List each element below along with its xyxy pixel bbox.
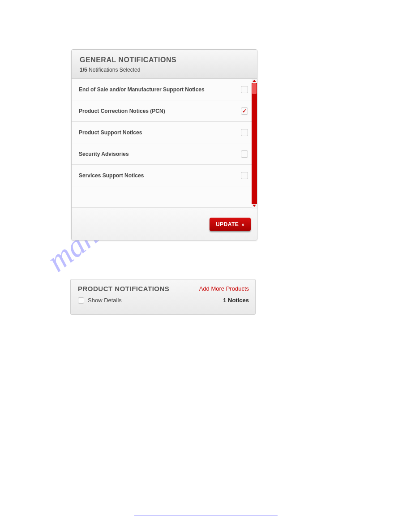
list-item[interactable]: End of Sale and/or Manufacturer Support … — [72, 79, 257, 100]
checkbox[interactable] — [241, 107, 248, 115]
item-label: Services Support Notices — [79, 172, 144, 179]
update-label: UPDATE — [216, 221, 239, 227]
item-label: Product Correction Notices (PCN) — [79, 108, 165, 114]
checkbox[interactable] — [241, 86, 248, 93]
scroll-thumb[interactable] — [252, 83, 257, 94]
notices-label: Notices — [228, 297, 249, 304]
general-title: GENERAL NOTIFICATIONS — [80, 56, 249, 64]
item-label: Security Advisories — [79, 151, 129, 157]
item-label: Product Support Notices — [79, 129, 142, 136]
checkbox[interactable] — [241, 172, 248, 179]
product-title: PRODUCT NOTIFICATIONS — [78, 285, 169, 292]
notices-count: 1 Notices — [223, 297, 249, 304]
counter-suffix: Notifications Selected — [89, 67, 140, 73]
general-list-wrap: End of Sale and/or Manufacturer Support … — [72, 79, 257, 208]
scroll-up-icon[interactable] — [253, 80, 256, 82]
footer-divider — [134, 515, 278, 515]
checkbox[interactable] — [241, 150, 248, 158]
checkbox[interactable] — [241, 129, 248, 136]
show-details[interactable]: Show Details — [78, 297, 122, 304]
product-header-row: PRODUCT NOTIFICATIONS Add More Products — [78, 285, 249, 292]
general-footer: UPDATE » — [72, 208, 257, 240]
counter-selected: 1 — [80, 67, 83, 73]
scroll-track[interactable] — [252, 83, 257, 204]
chevron-right-icon: » — [241, 222, 244, 227]
show-details-checkbox[interactable] — [78, 297, 84, 304]
list-item[interactable]: Security Advisories — [72, 143, 257, 165]
scrollbar[interactable] — [252, 79, 257, 209]
general-header: GENERAL NOTIFICATIONS 1/5 Notifications … — [72, 50, 257, 79]
product-notifications-panel: PRODUCT NOTIFICATIONS Add More Products … — [70, 279, 256, 315]
general-notifications-panel: GENERAL NOTIFICATIONS 1/5 Notifications … — [71, 49, 257, 240]
list-item[interactable]: Product Support Notices — [72, 122, 257, 143]
product-bottom-row: Show Details 1 Notices — [78, 297, 249, 304]
general-counter: 1/5 Notifications Selected — [80, 67, 249, 73]
scroll-down-icon[interactable] — [253, 205, 256, 207]
add-more-products-link[interactable]: Add More Products — [199, 285, 249, 292]
empty-row — [72, 186, 257, 208]
counter-total: 5 — [84, 67, 87, 73]
item-label: End of Sale and/or Manufacturer Support … — [79, 86, 205, 93]
update-button[interactable]: UPDATE » — [210, 218, 251, 231]
notices-number: 1 — [223, 297, 226, 304]
list-item[interactable]: Services Support Notices — [72, 165, 257, 186]
list-item[interactable]: Product Correction Notices (PCN) — [72, 100, 257, 122]
show-details-label: Show Details — [88, 297, 122, 304]
general-list: End of Sale and/or Manufacturer Support … — [72, 79, 257, 208]
